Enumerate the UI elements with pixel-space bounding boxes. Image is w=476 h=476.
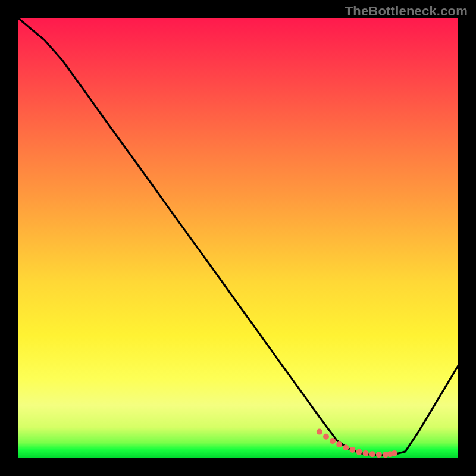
chart-frame: TheBottleneck.com (0, 0, 476, 476)
highlight-dot (343, 444, 349, 450)
highlight-dot (323, 434, 329, 440)
highlight-dot (369, 451, 375, 457)
curve-path (18, 18, 458, 455)
highlight-dot (392, 450, 397, 456)
watermark-text: TheBottleneck.com (345, 4, 468, 19)
highlight-dot (349, 447, 355, 453)
highlight-markers (317, 429, 397, 458)
highlight-dot (317, 429, 322, 435)
highlight-dot (363, 450, 369, 456)
highlight-dot (330, 438, 336, 444)
highlight-dot (356, 449, 362, 455)
plot-area (18, 18, 458, 458)
bottleneck-curve (18, 18, 458, 458)
highlight-dot (336, 441, 342, 447)
highlight-dot (376, 452, 382, 458)
